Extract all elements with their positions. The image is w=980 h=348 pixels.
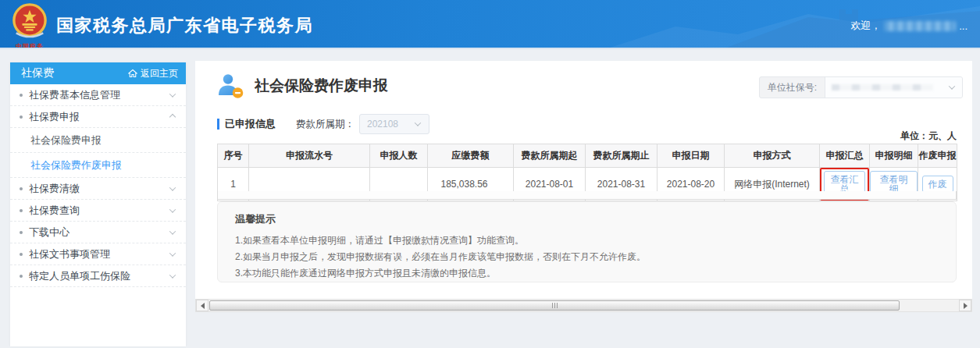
tips-box: 温馨提示 1.如果查看本单位申报明细，请通过【申报缴款情况查询】功能查询。 2.…: [217, 201, 957, 282]
bullet-icon: [20, 115, 23, 119]
sidebar-item-basic-info-mgmt[interactable]: 社保费基本信息管理: [10, 84, 186, 106]
sidebar-subitem-insurance-declare[interactable]: 社会保险费申报: [10, 128, 186, 153]
table-footer-strip: [217, 191, 957, 200]
period-label: 费款所属期：: [296, 118, 355, 131]
grip-icon: [557, 303, 558, 308]
scroll-left-button[interactable]: [196, 300, 208, 311]
sidebar-item-label: 社会保险费作废申报: [30, 158, 122, 172]
bullet-icon: [20, 231, 23, 234]
horizontal-scrollbar: [195, 299, 972, 312]
return-home-label: 返回主页: [141, 67, 178, 80]
col-period-end: 费款所属期止: [586, 144, 657, 168]
sidebar-item-download-center[interactable]: 下载中心: [10, 222, 186, 243]
sidebar-item-special-injury-insurance[interactable]: 特定人员单项工伤保险: [10, 265, 186, 287]
bullet-icon: [20, 209, 23, 212]
sidebar-item-document-mgmt[interactable]: 社保文书事项管理: [10, 243, 186, 265]
bullet-icon: [20, 187, 23, 190]
welcome-suffix: ...: [959, 20, 968, 32]
company-ssn-label: 单位社保号:: [760, 77, 825, 98]
home-icon: [128, 69, 137, 78]
sidebar-item-label: 社保费申报: [29, 110, 80, 124]
sidebar: 社保费 返回主页 社保费基本信息管理 社保费申报 社会保险费申报 社会保险费作废…: [10, 62, 186, 346]
period-value: 202108: [367, 119, 398, 130]
chevron-down-icon: [169, 272, 176, 278]
grip-icon: [552, 303, 553, 308]
page-title: 社会保险费作废申报: [255, 76, 388, 96]
sidebar-item-label: 社保费查询: [29, 204, 80, 218]
col-serial: 申报流水号: [249, 144, 370, 168]
col-summary: 申报汇总: [820, 144, 870, 168]
table-header-row: 序号 申报流水号 申报人数 应缴费额 费款所属期起 费款所属期止 申报日期 申报…: [218, 144, 957, 168]
tips-line-3: 3.本功能只能作废通过网络申报方式申报且未清缴的申报信息。: [235, 265, 939, 282]
col-void: 作废申报: [918, 144, 957, 168]
bullet-icon: [20, 275, 23, 278]
col-declare-date: 申报日期: [657, 144, 725, 168]
scrollbar-track[interactable]: [208, 300, 959, 311]
scrollbar-thumb[interactable]: [209, 300, 900, 311]
chevron-down-icon: [169, 228, 176, 234]
sidebar-item-label: 下载中心: [29, 225, 69, 240]
sidebar-item-label: 社会保险费申报: [30, 133, 102, 147]
section-accent-bar: [217, 119, 219, 130]
void-button[interactable]: 作废: [922, 176, 953, 193]
chevron-down-icon: [949, 83, 955, 89]
page-root: 中国税务 国家税务总局广东省电子税务局 欢迎， ... 社保费 返回主页 社保费…: [0, 0, 980, 348]
chevron-down-icon: [169, 206, 176, 212]
col-people: 申报人数: [370, 144, 428, 168]
chevron-down-icon: [169, 184, 176, 190]
person-minus-icon: [217, 72, 245, 100]
chevron-up-icon: [169, 113, 176, 119]
col-period-start: 费款所属期起: [514, 144, 586, 168]
scroll-right-button[interactable]: [959, 300, 971, 311]
sidebar-header: 社保费 返回主页: [10, 62, 186, 84]
redacted-username: [884, 21, 956, 31]
site-title: 国家税务总局广东省电子税务局: [56, 14, 313, 37]
company-ssn-select[interactable]: 单位社保号:: [759, 76, 963, 98]
sidebar-item-label: 社保文书事项管理: [29, 247, 110, 261]
col-seq: 序号: [218, 144, 249, 168]
tax-emblem-logo: 中国税务: [9, 3, 50, 49]
chevron-down-icon: [169, 91, 176, 97]
chevron-down-icon: [169, 250, 176, 256]
col-amount: 应缴费额: [428, 144, 514, 168]
main-panel: 单位社保号: 社会保险费作废申报 已申报信息: [195, 61, 972, 312]
sidebar-item-label: 社保费清缴: [29, 182, 80, 196]
sidebar-item-label: 社保费基本信息管理: [29, 88, 120, 102]
sidebar-title: 社保费: [21, 66, 54, 80]
triangle-left-icon: [201, 303, 205, 309]
tax-emblem-icon: [12, 3, 48, 39]
welcome-label: 欢迎，: [850, 19, 881, 33]
sidebar-subitem-void-declare[interactable]: 社会保险费作废申报: [10, 153, 186, 178]
tips-line-2: 2.如果当月申报之后，发现申报数据有误，必须在当月作废该笔申报数据，否则在下月不…: [235, 249, 939, 265]
welcome-area: 欢迎， ...: [850, 19, 968, 33]
unit-note: 单位：元、人: [217, 130, 957, 143]
tips-line-1: 1.如果查看本单位申报明细，请通过【申报缴款情况查询】功能查询。: [235, 233, 939, 249]
return-home-link[interactable]: 返回主页: [128, 67, 178, 80]
app-header: 中国税务 国家税务总局广东省电子税务局 欢迎， ...: [0, 0, 980, 49]
col-method: 申报方式: [725, 144, 820, 168]
sidebar-item-fee-declare[interactable]: 社保费申报: [10, 106, 186, 128]
tips-title: 温馨提示: [235, 212, 939, 226]
chevron-down-icon: [415, 119, 421, 126]
sidebar-item-fee-query[interactable]: 社保费查询: [10, 200, 186, 222]
triangle-right-icon: [964, 303, 968, 309]
col-detail: 申报明细: [870, 144, 918, 168]
bullet-icon: [20, 253, 23, 256]
sidebar-item-fee-settle[interactable]: 社保费清缴: [10, 178, 186, 200]
logo-caption: 中国税务: [9, 42, 50, 49]
grip-icon: [554, 303, 555, 308]
redacted-company-number: [832, 84, 933, 91]
sidebar-item-label: 特定人员单项工伤保险: [29, 269, 130, 283]
page-title-row: 社会保险费作废申报: [217, 72, 388, 100]
bullet-icon: [20, 94, 23, 97]
